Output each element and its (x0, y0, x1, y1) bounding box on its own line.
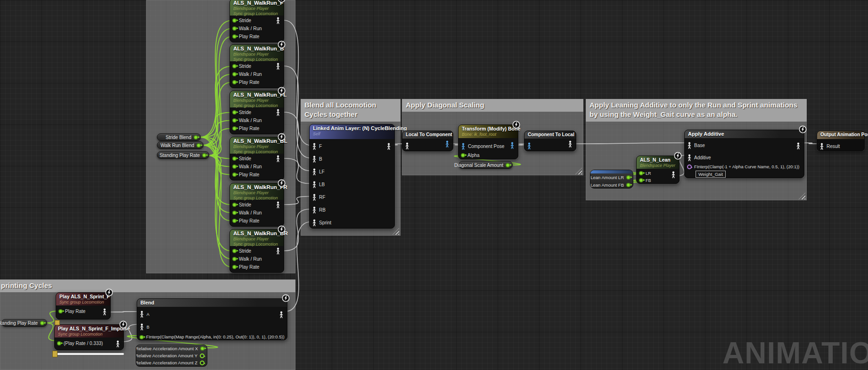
node-component-to-local[interactable]: Component To Local (524, 131, 576, 151)
playrate-pin[interactable] (232, 34, 237, 39)
alpha-pin[interactable] (461, 153, 465, 157)
node-title: ALS_N_WalkRun_BR (233, 230, 280, 237)
result-pose-input-pin[interactable] (819, 143, 824, 150)
output-pin[interactable] (194, 135, 198, 140)
propbox-relative-acceleration[interactable]: Relative Acceleration Amount X Relative … (136, 345, 207, 367)
node-blend[interactable]: Blend A B FInterp(Clamp(Map Range(Alpha,… (137, 298, 287, 340)
pill-stride-blend[interactable]: Stride Blend (157, 133, 201, 141)
pose-input-pin[interactable] (405, 142, 409, 149)
pose-output-pin[interactable] (276, 63, 280, 70)
pose-output-pin[interactable] (276, 201, 280, 208)
node-walkrun-fl[interactable]: ALS_N_WalkRun_FL Blendspace Player Sync … (229, 90, 284, 134)
walkrun-pin[interactable] (232, 164, 237, 169)
pin-label: Play Rate (239, 264, 259, 270)
output-pin[interactable] (626, 183, 631, 187)
pose-input-pin[interactable] (312, 168, 317, 175)
node-output-animation-pose[interactable]: Output Animation Pose Result (817, 131, 865, 151)
pin-label: Play Rate (239, 218, 259, 223)
output-pin[interactable] (200, 361, 205, 365)
output-pin[interactable] (626, 175, 631, 180)
propbox-lean-amount[interactable]: Lean Amount LR Lean Amount FB (590, 170, 633, 189)
pose-input-pin[interactable] (312, 156, 317, 163)
playrate-pin[interactable] (232, 173, 237, 177)
curve-name-field[interactable]: Weight_Gait (696, 171, 726, 178)
component-pose-input-pin[interactable] (527, 142, 532, 149)
pose-output-pin[interactable] (279, 311, 284, 318)
component-pose-output-pin[interactable] (510, 142, 515, 149)
node-play-sprint-f[interactable]: Play ALS_N_Sprint_F Sync group Locomotio… (56, 292, 111, 320)
stride-pin[interactable] (232, 18, 237, 23)
output-pin[interactable] (202, 153, 206, 157)
node-transform-modify-bone[interactable]: Transform (Modify) Bone Bone: ik_foot_ro… (458, 124, 518, 159)
pose-input-pin[interactable] (312, 143, 317, 150)
output-pin[interactable] (40, 321, 44, 325)
pose-output-pin[interactable] (276, 109, 280, 116)
node-title: Play ALS_N_Sprint_F (59, 294, 107, 300)
alpha-expression: FInterp(Clamp(Map Range(Alpha, in(0: 0.2… (146, 335, 285, 339)
pose-output-pin[interactable] (386, 143, 391, 150)
playrate-pin[interactable] (232, 126, 237, 131)
playrate-pin[interactable] (232, 265, 237, 269)
node-walkrun-fr[interactable]: ALS_N_WalkRun_FR Blendspace Player Sync … (229, 183, 284, 227)
pill-standing-play-rate[interactable]: Standing Play Rate (157, 151, 209, 159)
node-walkrun-br[interactable]: ALS_N_WalkRun_BR Blendspace Player Sync … (229, 229, 284, 273)
component-pose-output-pin[interactable] (445, 140, 450, 148)
additive-pose-input-pin[interactable] (687, 154, 692, 161)
pose-output-pin[interactable] (102, 308, 107, 315)
output-pin[interactable] (200, 346, 205, 351)
node-als-n-lean[interactable]: ALS_N_Lean Blendspace Player LR FB (636, 156, 680, 184)
pose-output-pin[interactable] (276, 155, 280, 162)
anim-graph-canvas[interactable]: ANIMATION printing Cycles Blend all Loco… (0, 0, 868, 370)
stride-pin[interactable] (232, 156, 237, 161)
pin-label: Result (827, 144, 840, 149)
output-pin[interactable] (200, 354, 205, 358)
node-sync-group: Sync group Locomotion (58, 332, 120, 337)
pose-b-input-pin[interactable] (139, 323, 144, 330)
pill-walk-run-blend[interactable]: Walk Run Blend (157, 141, 204, 149)
pose-a-input-pin[interactable] (139, 311, 144, 318)
base-pose-input-pin[interactable] (687, 142, 692, 149)
walkrun-pin[interactable] (232, 72, 237, 76)
walkrun-pin[interactable] (232, 26, 237, 31)
node-walkrun-b[interactable]: ALS_N_WalkRun_B Blendspace Player Sync g… (229, 44, 284, 88)
pose-input-pin[interactable] (312, 181, 317, 188)
pose-output-pin[interactable] (568, 140, 573, 148)
pill-standing-play-rate-bottom[interactable]: Standing Play Rate (1, 319, 47, 327)
pose-input-pin[interactable] (312, 206, 317, 214)
playrate-pin[interactable] (232, 219, 237, 223)
pose-output-pin[interactable] (671, 171, 676, 178)
component-pose-input-pin[interactable] (461, 143, 466, 150)
stride-pin[interactable] (232, 110, 237, 115)
fb-pin[interactable] (639, 178, 643, 182)
pose-output-pin[interactable] (276, 247, 280, 255)
alpha-pin[interactable] (139, 335, 144, 339)
output-pin[interactable] (197, 143, 201, 148)
stride-pin[interactable] (232, 249, 237, 253)
node-walkrun-f[interactable]: ALS_N_WalkRun_F Blendspace Player Sync g… (229, 0, 284, 42)
output-pin[interactable] (506, 163, 510, 167)
node-walkrun-bl[interactable]: ALS_N_WalkRun_BL Blendspace Player Sync … (229, 137, 284, 181)
pose-output-pin[interactable] (276, 17, 280, 24)
node-subtitle: Blendspace Player (233, 6, 280, 11)
playrate-pin[interactable] (232, 80, 237, 84)
node-subtitle: Blendspace Player (233, 52, 280, 57)
walkrun-pin[interactable] (232, 118, 237, 123)
stride-pin[interactable] (232, 64, 237, 68)
node-play-sprint-f-impulse[interactable]: Play ALS_N_Sprint_F_Impulse Sync group L… (54, 324, 124, 350)
walkrun-pin[interactable] (232, 211, 237, 215)
pose-output-pin[interactable] (115, 340, 120, 347)
playrate-pin[interactable] (57, 341, 61, 345)
alpha-curve-pin[interactable] (687, 164, 692, 169)
playrate-pin[interactable] (58, 309, 63, 313)
stride-pin[interactable] (232, 203, 237, 207)
node-apply-additive[interactable]: Apply Additive Base Additive FInterp(Cla… (684, 130, 804, 178)
node-linked-anim-layer[interactable]: Linked Anim Layer: (N) CycleBlending Sel… (309, 124, 395, 229)
pin-label: Walk / Run (239, 26, 262, 31)
pose-output-pin[interactable] (796, 142, 801, 149)
pose-input-pin[interactable] (312, 194, 317, 201)
pill-diagonal-scale-amount[interactable]: Diagonal Scale Amount (459, 161, 513, 169)
walkrun-pin[interactable] (232, 257, 237, 261)
lr-pin[interactable] (639, 171, 643, 175)
node-local-to-component[interactable]: Local To Component (402, 131, 453, 151)
pose-input-pin[interactable] (312, 219, 317, 226)
